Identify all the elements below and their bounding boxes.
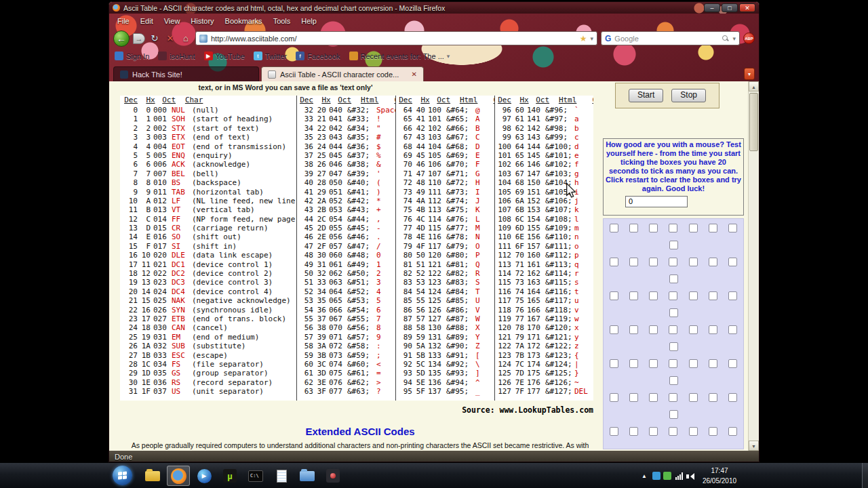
mouse-test-checkbox[interactable]	[669, 308, 678, 317]
page-scrollbar[interactable]: ▲ ▼	[748, 81, 759, 451]
tray-app-icon[interactable]	[663, 472, 671, 480]
menu-view[interactable]: View	[159, 16, 186, 26]
mouse-test-checkbox[interactable]	[610, 291, 618, 300]
start-button[interactable]	[113, 466, 132, 485]
mouse-test-checkbox[interactable]	[649, 258, 658, 266]
taskbar-terminal[interactable]: C:\	[244, 466, 267, 486]
mouse-test-checkbox[interactable]	[629, 291, 638, 300]
taskbar-documents[interactable]	[296, 466, 319, 486]
minimize-button[interactable]: –	[704, 3, 720, 12]
forward-button[interactable]: →	[133, 33, 145, 44]
mouse-test-checkbox[interactable]	[649, 291, 658, 300]
mouse-test-checkbox[interactable]	[629, 359, 638, 368]
mouse-test-checkbox[interactable]	[649, 359, 658, 368]
mouse-test-checkbox[interactable]	[629, 224, 638, 232]
url-bar[interactable]: http://www.asciitable.com/ ★ ▾	[195, 31, 597, 45]
reload-icon[interactable]: ↻	[149, 33, 161, 43]
mouse-test-checkbox[interactable]	[669, 410, 678, 419]
adblock-icon[interactable]: ABP	[743, 33, 755, 44]
back-button[interactable]: ←	[113, 30, 130, 47]
mouse-test-checkbox[interactable]	[728, 427, 737, 436]
mouse-test-checkbox[interactable]	[709, 291, 717, 300]
mouse-test-checkbox[interactable]	[728, 393, 737, 402]
close-button[interactable]: ✕	[739, 3, 755, 12]
mouse-test-checkbox[interactable]	[610, 359, 618, 368]
mouse-test-checkbox[interactable]	[610, 393, 618, 402]
bookmark-live-feed[interactable]: Recent events for: The ...▾	[349, 52, 450, 60]
bookmark-sign-in[interactable]: Sign In	[115, 52, 149, 60]
mouse-test-checkbox[interactable]	[689, 325, 698, 334]
mouse-test-checkbox[interactable]	[689, 291, 698, 300]
mouse-test-checkbox[interactable]	[709, 359, 717, 368]
show-desktop-button[interactable]	[862, 463, 868, 488]
mouse-test-checkbox[interactable]	[629, 258, 638, 266]
mouse-test-checkbox[interactable]	[709, 224, 717, 232]
tab-close-icon[interactable]: ✕	[412, 70, 417, 78]
title-bar[interactable]: Ascii Table - ASCII character codes and …	[109, 2, 759, 14]
mouse-test-checkbox[interactable]	[669, 376, 678, 385]
taskbar-explorer[interactable]	[141, 466, 164, 486]
bookmark-youtube[interactable]: ▶YouTube	[204, 52, 245, 60]
tab-list-button[interactable]: ▾	[744, 68, 755, 80]
volume-icon[interactable]	[686, 473, 694, 480]
mouse-test-checkbox[interactable]	[669, 291, 677, 300]
menu-file[interactable]: File	[112, 16, 135, 26]
mouse-test-checkbox[interactable]	[689, 258, 698, 266]
clock[interactable]: 17:47 26/05/2010	[698, 466, 741, 486]
tab-ascii-table[interactable]: Ascii Table - ASCII character code... ✕	[261, 66, 424, 81]
mouse-test-checkbox[interactable]	[709, 393, 717, 402]
mouse-test-checkbox[interactable]	[669, 342, 678, 351]
mouse-test-checkbox[interactable]	[709, 258, 717, 266]
tab-hack-this-site[interactable]: Hack This Site!	[113, 66, 259, 81]
network-icon[interactable]	[675, 472, 683, 480]
taskbar-image-editor[interactable]	[321, 466, 344, 486]
score-input[interactable]: 0	[625, 196, 688, 207]
scrollbar-thumb[interactable]	[749, 93, 758, 151]
tray-app-icon[interactable]	[652, 472, 660, 480]
mouse-test-checkbox[interactable]	[728, 258, 737, 266]
menu-help[interactable]: Help	[296, 16, 322, 26]
start-test-button[interactable]: Start	[629, 89, 663, 102]
stop-test-button[interactable]: Stop	[671, 89, 706, 102]
mouse-test-checkbox[interactable]	[669, 274, 678, 283]
menu-tools[interactable]: Tools	[268, 16, 296, 26]
bookmark-star-icon[interactable]: ★	[580, 34, 587, 43]
mouse-test-checkbox[interactable]	[610, 224, 618, 232]
bookmark-twitter[interactable]: tTwitter	[254, 52, 287, 60]
mouse-test-checkbox[interactable]	[669, 325, 677, 334]
bookmark-facebook[interactable]: fFacebook	[296, 52, 340, 60]
mouse-test-checkbox[interactable]	[649, 224, 658, 232]
mouse-test-checkbox[interactable]	[689, 393, 698, 402]
taskbar-firefox[interactable]	[167, 466, 190, 486]
mouse-test-checkbox[interactable]	[728, 224, 737, 232]
taskbar-notepad[interactable]	[270, 466, 293, 486]
mouse-test-checkbox[interactable]	[610, 325, 618, 334]
mouse-test-checkbox[interactable]	[669, 427, 677, 436]
mouse-test-checkbox[interactable]	[728, 359, 737, 368]
mouse-test-checkbox[interactable]	[649, 325, 658, 334]
mouse-test-checkbox[interactable]	[610, 258, 618, 266]
mouse-test-checkbox[interactable]	[709, 325, 717, 334]
mouse-test-checkbox[interactable]	[610, 427, 618, 436]
search-dropdown-icon[interactable]: ▾	[732, 35, 736, 42]
tray-expand-icon[interactable]: ▲	[642, 473, 647, 479]
mouse-test-checkbox[interactable]	[728, 291, 737, 300]
home-icon[interactable]: ⌂	[180, 33, 192, 43]
menu-bookmarks[interactable]: Bookmarks	[220, 16, 268, 26]
mouse-test-checkbox[interactable]	[669, 393, 677, 402]
mouse-test-checkbox[interactable]	[728, 325, 737, 334]
mouse-test-checkbox[interactable]	[669, 224, 677, 232]
mouse-test-checkbox[interactable]	[629, 427, 638, 436]
bookmark-isohunt[interactable]: isoHunt	[158, 52, 195, 60]
search-box[interactable]: G Google ▾	[601, 31, 740, 45]
mouse-test-checkbox[interactable]	[669, 258, 677, 266]
scroll-up-icon[interactable]: ▲	[749, 81, 759, 92]
url-dropdown-icon[interactable]: ▾	[590, 35, 593, 42]
menu-edit[interactable]: Edit	[135, 16, 159, 26]
mouse-test-checkbox[interactable]	[689, 224, 698, 232]
mouse-test-checkbox[interactable]	[649, 427, 658, 436]
menu-history[interactable]: History	[185, 16, 219, 26]
taskbar-utorrent[interactable]: µ	[218, 466, 241, 486]
mouse-test-checkbox[interactable]	[689, 359, 698, 368]
maximize-button[interactable]: □	[722, 3, 738, 12]
